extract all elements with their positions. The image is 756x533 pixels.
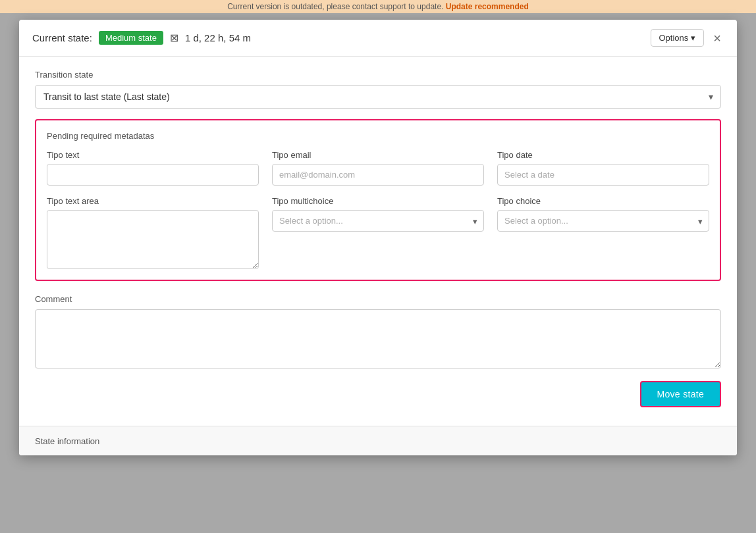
transition-state-section: Transition state Transit to last state (… <box>35 70 721 109</box>
move-state-button[interactable]: Move state <box>640 381 721 407</box>
tipo-text-input[interactable] <box>47 164 259 186</box>
timer-text: 1 d, 22 h, 54 m <box>185 32 251 43</box>
field-tipo-choice-label: Tipo choice <box>497 196 709 206</box>
comment-label: Comment <box>35 294 721 304</box>
modal-header: Current state: Medium state ⊠ 1 d, 22 h,… <box>19 20 737 57</box>
state-info-title: State information <box>35 436 99 446</box>
tipo-multichoice-select-wrapper: Select a option... ▾ <box>272 210 484 232</box>
field-tipo-email-label: Tipo email <box>272 150 484 160</box>
tipo-email-input[interactable] <box>272 164 484 186</box>
field-tipo-textarea-label: Tipo text area <box>47 196 259 206</box>
state-info-section: State information <box>19 426 737 455</box>
current-state-label: Current state: <box>32 32 92 43</box>
modal-body: Transition state Transit to last state (… <box>19 57 737 426</box>
field-tipo-email: Tipo email <box>272 150 484 186</box>
field-tipo-date-label: Tipo date <box>497 150 709 160</box>
header-actions: Options ▾ × <box>651 29 724 47</box>
field-tipo-multichoice: Tipo multichoice Select a option... ▾ <box>272 196 484 269</box>
state-badge: Medium state <box>99 31 163 45</box>
tipo-choice-select-wrapper: Select a option... ▾ <box>497 210 709 232</box>
comment-section: Comment <box>35 294 721 370</box>
tipo-date-input[interactable] <box>497 164 709 186</box>
pending-metadatas-box: Pending required metadatas Tipo text Tip… <box>35 119 721 281</box>
field-tipo-text: Tipo text <box>47 150 259 186</box>
pending-metadatas-title: Pending required metadatas <box>47 131 709 141</box>
field-tipo-multichoice-label: Tipo multichoice <box>272 196 484 206</box>
comment-textarea[interactable] <box>35 309 721 368</box>
field-tipo-date: Tipo date <box>497 150 709 186</box>
close-button[interactable]: × <box>711 32 724 45</box>
action-row: Move state <box>35 381 721 407</box>
tipo-multichoice-select[interactable]: Select a option... <box>272 210 484 232</box>
update-link[interactable]: Update recommended <box>446 2 529 11</box>
field-tipo-text-label: Tipo text <box>47 150 259 160</box>
timer-icon: ⊠ <box>170 32 178 44</box>
metadatas-fields-grid: Tipo text Tipo email Tipo date <box>47 150 709 269</box>
field-tipo-textarea: Tipo text area <box>47 196 259 269</box>
transition-state-select[interactable]: Transit to last state (Last state) <box>35 85 721 109</box>
field-tipo-choice: Tipo choice Select a option... ▾ <box>497 196 709 269</box>
options-arrow-icon: ▾ <box>691 33 695 43</box>
update-text: Current version is outdated, please cont… <box>227 2 443 11</box>
top-bar: Current version is outdated, please cont… <box>0 0 756 13</box>
tipo-choice-select[interactable]: Select a option... <box>497 210 709 232</box>
options-label: Options <box>659 33 689 43</box>
transition-state-select-wrapper: Transit to last state (Last state) ▾ <box>35 85 721 109</box>
options-button[interactable]: Options ▾ <box>651 29 705 47</box>
modal-container: Current state: Medium state ⊠ 1 d, 22 h,… <box>19 20 737 455</box>
tipo-textarea-input[interactable] <box>47 210 259 269</box>
transition-state-label: Transition state <box>35 70 721 80</box>
modal-overlay: Current version is outdated, please cont… <box>0 0 756 533</box>
